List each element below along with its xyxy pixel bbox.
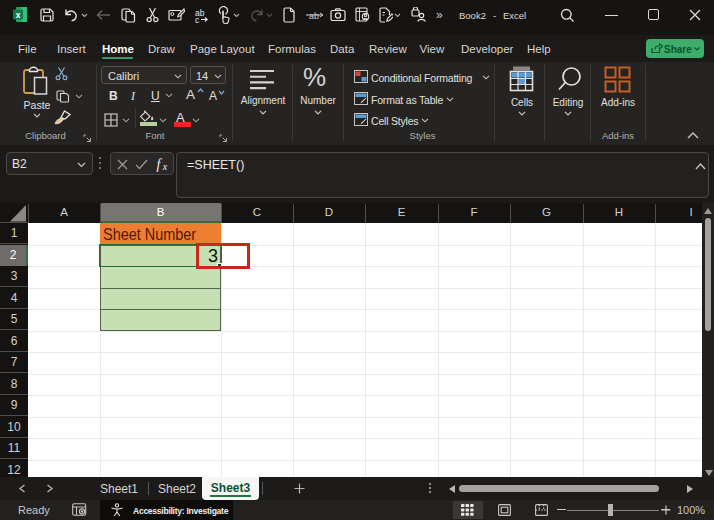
svg-text:f: f (157, 157, 163, 172)
svg-text:x: x (16, 10, 21, 20)
svg-text:x: x (162, 161, 168, 172)
